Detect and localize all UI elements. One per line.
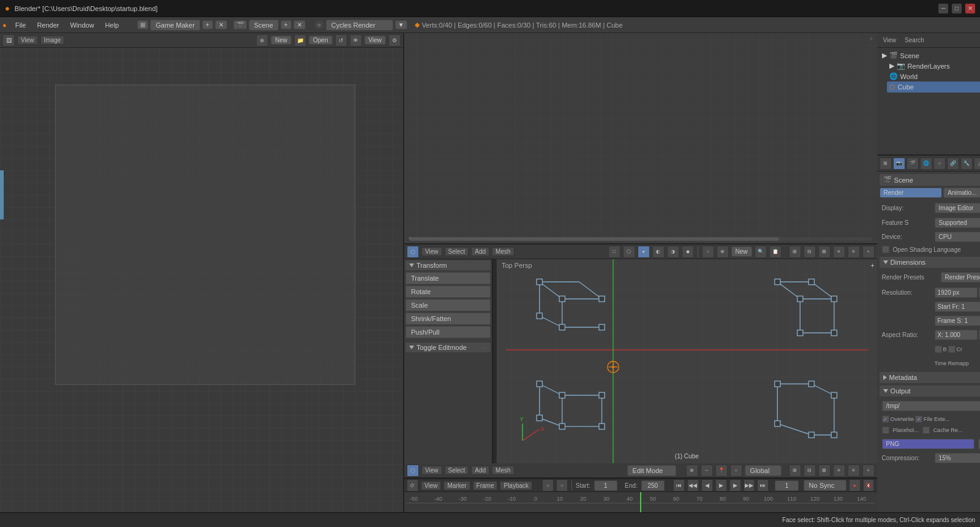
render-presets-dropdown[interactable]: Render Presets [941, 272, 980, 282]
anim-icon2[interactable]: ○ [556, 479, 568, 491]
view-menu-img[interactable]: View [17, 36, 38, 45]
select-menu-3d[interactable]: Select [445, 247, 469, 256]
transform-section[interactable]: Transform [405, 260, 491, 270]
edit-r3[interactable]: ⊠ [818, 464, 831, 477]
view-menu-timeline[interactable]: View [421, 481, 442, 490]
display-dropdown[interactable]: Image Editor [935, 203, 980, 213]
output-header[interactable]: Output [880, 385, 980, 396]
crop-check[interactable] [948, 346, 956, 353]
render-layers-item[interactable]: ▶ 📷 RenderLayers | [887, 61, 980, 71]
minimize-button[interactable]: ─ [938, 4, 948, 13]
frame-menu[interactable]: Frame [473, 481, 498, 490]
prop-modifier-icon[interactable]: 🔧 [960, 157, 973, 170]
shrink-fatten-btn[interactable]: Shrink/Fatten [405, 313, 491, 325]
viewport-r6[interactable]: + [862, 246, 875, 258]
edit-mode-dropdown[interactable]: Edit Mode [627, 465, 676, 476]
menu-file[interactable]: File [10, 20, 31, 30]
world-item[interactable]: 🌐 World [887, 71, 980, 82]
mesh-menu-3d[interactable]: Mesh [492, 247, 514, 256]
start-field[interactable]: 1 [594, 480, 617, 491]
device-dropdown[interactable]: CPU [935, 232, 980, 242]
b-check[interactable] [935, 346, 942, 353]
sync-dropdown[interactable]: No Sync [804, 480, 846, 491]
open-shading-check[interactable] [882, 246, 889, 253]
open-image-button[interactable]: Open [309, 36, 332, 45]
scene-item[interactable]: ▶ 🎬 Scene [880, 50, 980, 61]
start-fr-field[interactable]: Start Fr: 1 [935, 301, 980, 312]
corner-resize-tl[interactable]: + [867, 34, 876, 43]
engine-expand[interactable]: ▼ [395, 20, 407, 29]
scene-close[interactable]: ✕ [293, 20, 306, 29]
play-prev-frame[interactable]: ◀ [701, 479, 713, 491]
shading-wire-icon[interactable]: ⬡ [623, 246, 635, 258]
aspect-x-field[interactable]: X: 1.000 [935, 330, 978, 340]
shading-mat-icon[interactable]: ◑ [667, 246, 679, 258]
play-begin[interactable]: ⏮ [673, 479, 685, 491]
view-image-button[interactable]: View [364, 36, 386, 45]
workspace-add[interactable]: + [202, 20, 213, 29]
render-tab[interactable]: Render [880, 188, 943, 198]
image-menu[interactable]: Image [40, 36, 65, 45]
image-editor-icon[interactable]: 🖼 [2, 34, 15, 47]
viewport-r3[interactable]: ⊠ [818, 246, 831, 258]
prop-display-icon[interactable]: ⊞ [880, 157, 892, 170]
anim-icon1[interactable]: ○ [542, 479, 554, 491]
marker-menu[interactable]: Marker [443, 481, 470, 490]
output-path-field[interactable]: /tmp/ [882, 401, 980, 411]
workspace-switcher-icon[interactable]: ⊞ [137, 20, 148, 29]
corner-resize-br[interactable]: + [405, 233, 414, 242]
menu-render[interactable]: Render [32, 20, 64, 30]
feature-dropdown[interactable]: Supported [935, 218, 980, 228]
frame-s-field[interactable]: Frame S: 1 [935, 316, 980, 326]
add-menu-edit[interactable]: Add [471, 466, 489, 475]
play-end[interactable]: ⏭ [757, 479, 769, 491]
orient-icon[interactable]: ↔ [701, 464, 713, 477]
edit-r5[interactable]: ≡ [848, 464, 860, 477]
animation-tab[interactable]: Animatio... [943, 188, 980, 198]
format-dropdown[interactable]: PNG [882, 439, 975, 449]
new-btn-3d[interactable]: New [731, 246, 752, 257]
viewport-r2[interactable]: ⊟ [804, 246, 816, 258]
viewport-r5[interactable]: ≡ [848, 246, 860, 258]
pivot-icon[interactable]: ⊕ [686, 464, 698, 477]
scene-prop-header[interactable]: 🎬 Scene [880, 174, 980, 186]
workspace-close[interactable]: ✕ [215, 20, 227, 29]
view-img-icon[interactable]: 👁 [350, 34, 362, 47]
edit-r1[interactable]: ⊞ [789, 464, 801, 477]
edit-r2[interactable]: ⊟ [804, 464, 816, 477]
new-image-button[interactable]: New [271, 36, 292, 45]
edit-r4[interactable]: ≡ [833, 464, 845, 477]
menu-help[interactable]: Help [100, 20, 124, 30]
translate-btn[interactable]: Translate [405, 272, 491, 284]
viewport-scrollbar[interactable] [409, 237, 872, 241]
global-dropdown[interactable]: Global [745, 465, 782, 476]
viewport-extra1[interactable]: ○ [702, 246, 714, 258]
record-icon[interactable]: ● [849, 479, 861, 491]
compression-field[interactable]: 15% [935, 453, 980, 463]
img-zoom-in[interactable]: ⊕ [256, 34, 268, 47]
scale-btn[interactable]: Scale [405, 299, 491, 311]
workspace-dropdown[interactable]: Game Maker [150, 20, 200, 31]
metadata-header[interactable]: Metadata [880, 372, 980, 383]
scene-dropdown[interactable]: Scene [249, 20, 279, 31]
menu-window[interactable]: Window [65, 20, 99, 30]
mute-icon[interactable]: 🔇 [863, 479, 875, 491]
viewport-r4[interactable]: ≡ [833, 246, 845, 258]
file-ext-check[interactable]: ✓ [915, 415, 922, 423]
prop-edit-icon[interactable]: ○ [730, 464, 742, 477]
search-menu-outliner[interactable]: Search [902, 36, 927, 44]
push-pull-btn[interactable]: Push/Pull [405, 326, 491, 338]
res-x-field[interactable]: 1920 px [935, 287, 978, 298]
viewport-extra4[interactable]: 📋 [769, 246, 782, 258]
shading-tex-icon[interactable]: ◐ [652, 246, 665, 258]
edit-mode-icon[interactable]: ⬡ [407, 464, 419, 477]
add-menu-3d[interactable]: Add [471, 247, 489, 256]
viewport-add-corner[interactable]: + [870, 262, 874, 269]
cache-check[interactable] [922, 427, 930, 434]
shading-bounding-icon[interactable]: □ [608, 246, 620, 258]
edit-r6[interactable]: + [862, 464, 875, 477]
rotate-btn[interactable]: Rotate [405, 286, 491, 298]
viewport-extra3[interactable]: 🔍 [755, 246, 767, 258]
prop-world-icon[interactable]: 🌐 [920, 157, 932, 170]
timeline-icon[interactable]: ⏱ [407, 479, 418, 491]
